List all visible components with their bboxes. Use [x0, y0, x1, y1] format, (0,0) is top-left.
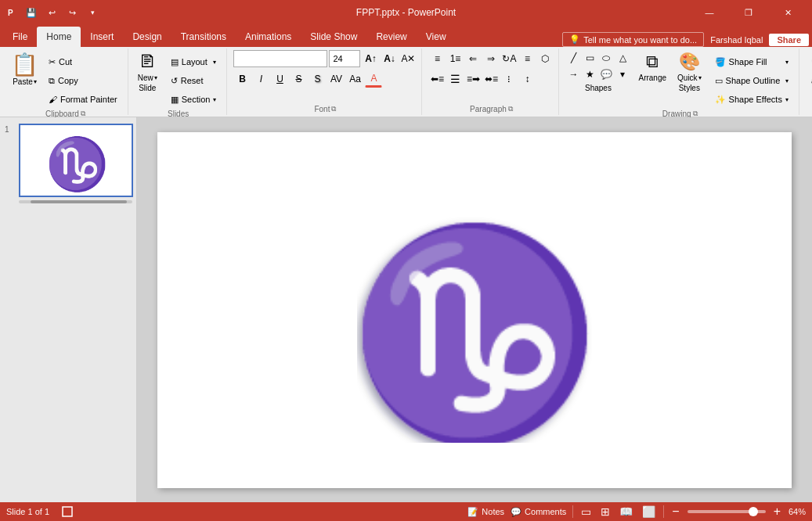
line-spacing-button[interactable]: ↕: [518, 70, 536, 88]
comments-button[interactable]: 💬 Comments: [511, 507, 566, 517]
shape-tri[interactable]: △: [615, 50, 630, 66]
align-left-button[interactable]: ⬅≡: [428, 70, 446, 88]
shape-oval[interactable]: ⬭: [598, 50, 614, 66]
numbering-button[interactable]: 1≡: [446, 50, 464, 67]
close-button[interactable]: ✕: [770, 0, 806, 25]
customize-button[interactable]: ▾: [85, 5, 100, 20]
slide-panel-scrollbar[interactable]: [19, 200, 132, 203]
decrease-font-button[interactable]: A↓: [381, 50, 398, 67]
layout-button[interactable]: ▤ Layout ▾: [165, 53, 222, 70]
paragraph-expand-icon[interactable]: ⧉: [508, 105, 513, 113]
arrange-button[interactable]: ⧉ Arrange: [635, 50, 669, 84]
shadow-button[interactable]: S: [309, 70, 326, 88]
increase-font-button[interactable]: A↑: [362, 50, 379, 67]
share-button[interactable]: Share: [769, 34, 809, 46]
shape-star[interactable]: ★: [582, 66, 597, 82]
cut-button[interactable]: ✂ Cut: [43, 53, 123, 70]
zoom-in-button[interactable]: +: [772, 505, 782, 519]
canvas-area[interactable]: ♑: [137, 117, 812, 502]
tab-insert[interactable]: Insert: [81, 27, 123, 47]
effects-dropdown-icon[interactable]: ▾: [785, 96, 789, 103]
slide-canvas: ♑: [157, 132, 792, 488]
shape-more[interactable]: ▾: [615, 66, 630, 82]
tab-home[interactable]: Home: [37, 27, 81, 47]
clear-formatting-button[interactable]: A✕: [399, 50, 417, 67]
shape-rect[interactable]: ▭: [582, 50, 597, 66]
decrease-indent-button[interactable]: ⇐: [464, 50, 482, 67]
clipboard-group: 📋 Paste ▾ ✂ Cut ⧉ Copy 🖌: [3, 49, 128, 115]
tab-review[interactable]: Review: [366, 27, 416, 47]
user-name[interactable]: Farshad Iqbal: [710, 35, 763, 45]
font-color-button[interactable]: A: [365, 70, 382, 88]
text-direction-button[interactable]: ↻A: [500, 50, 518, 67]
slide-sorter-button[interactable]: ⊞: [599, 505, 612, 518]
layout-dropdown-icon[interactable]: ▾: [213, 59, 216, 66]
convert-smartart-button[interactable]: ⬡: [536, 50, 554, 67]
minimize-button[interactable]: —: [691, 0, 727, 25]
outline-dropdown-icon[interactable]: ▾: [785, 77, 789, 84]
shape-arrow[interactable]: →: [565, 66, 581, 82]
quick-styles-button[interactable]: 🎨 Quick ▾ Styles: [674, 50, 705, 94]
tell-me-box[interactable]: 💡 Tell me what you want to do...: [562, 32, 704, 47]
shape-outline-button[interactable]: ▭ Shape Outline ▾: [709, 72, 794, 89]
scroll-thumb: [31, 200, 127, 203]
font-name-input[interactable]: [233, 50, 327, 67]
quick-styles-dropdown[interactable]: ▾: [698, 74, 702, 81]
section-dropdown-icon[interactable]: ▾: [213, 96, 216, 103]
tab-file[interactable]: File: [3, 27, 37, 47]
paste-dropdown-icon[interactable]: ▾: [34, 78, 37, 85]
tab-transitions[interactable]: Transitions: [171, 27, 236, 47]
bold-button[interactable]: B: [233, 70, 251, 88]
replace-button[interactable]: ab→ Replace: [806, 72, 812, 89]
align-text-button[interactable]: ≡: [518, 50, 536, 67]
strikethrough-button[interactable]: S: [290, 70, 307, 88]
redo-button[interactable]: ↪: [64, 5, 80, 20]
new-slide-button[interactable]: 🖹 New ▾ Slide: [135, 50, 161, 94]
reset-button[interactable]: ↺ Reset: [165, 72, 222, 89]
normal-view-button[interactable]: ▭: [579, 505, 593, 518]
zoom-out-button[interactable]: −: [670, 505, 680, 519]
paste-button[interactable]: 📋 Paste ▾: [8, 50, 42, 88]
zoom-slider[interactable]: [687, 510, 766, 513]
tab-view[interactable]: View: [417, 27, 456, 47]
align-center-button[interactable]: ☰: [446, 70, 464, 88]
fit-icon: [62, 506, 73, 517]
font-size-input[interactable]: 24: [329, 50, 360, 67]
increase-indent-button[interactable]: ⇒: [482, 50, 500, 67]
align-right-button[interactable]: ≡➡: [464, 70, 482, 88]
save-button[interactable]: 💾: [23, 5, 39, 20]
find-button[interactable]: 🔍 Find: [806, 53, 812, 70]
new-slide-dropdown-icon[interactable]: ▾: [154, 74, 157, 81]
copy-button[interactable]: ⧉ Copy: [43, 72, 123, 89]
reading-view-button[interactable]: 📖: [618, 505, 634, 518]
format-painter-button[interactable]: 🖌 Format Painter: [43, 91, 123, 108]
tab-slideshow[interactable]: Slide Show: [301, 27, 366, 47]
app-title: FPPT.pptx - PowerPoint: [356, 7, 456, 18]
justify-button[interactable]: ⬌≡: [482, 70, 500, 88]
bullets-button[interactable]: ≡: [428, 50, 446, 67]
tab-animations[interactable]: Animations: [236, 27, 301, 47]
cut-label: Cut: [59, 57, 72, 66]
shape-callout[interactable]: 💬: [598, 66, 614, 82]
restore-button[interactable]: ❒: [731, 0, 767, 25]
presenter-view-button[interactable]: ⬜: [641, 505, 657, 518]
shape-fill-button[interactable]: 🪣 Shape Fill ▾: [709, 53, 794, 70]
underline-button[interactable]: U: [271, 70, 288, 88]
zoom-thumb: [749, 507, 758, 516]
columns-button[interactable]: ⫶: [500, 70, 518, 88]
select-button[interactable]: ⬚ Select ▾: [806, 91, 812, 108]
spacing-button[interactable]: AV: [327, 70, 345, 88]
italic-button[interactable]: I: [252, 70, 269, 88]
undo-button[interactable]: ↩: [44, 5, 60, 20]
fill-dropdown-icon[interactable]: ▾: [785, 59, 789, 66]
zoom-percent[interactable]: 64%: [789, 507, 806, 516]
section-button[interactable]: ▦ Section ▾: [165, 91, 222, 108]
shape-effects-button[interactable]: ✨ Shape Effects ▾: [709, 91, 794, 108]
case-button[interactable]: Aa: [346, 70, 363, 88]
font-expand-icon[interactable]: ⧉: [331, 105, 336, 113]
fit-slide-button[interactable]: [62, 506, 73, 517]
slide-thumbnail[interactable]: ♑: [19, 124, 133, 197]
tab-design[interactable]: Design: [123, 27, 171, 47]
notes-button[interactable]: 📝 Notes: [467, 507, 504, 517]
shape-line[interactable]: ╱: [565, 50, 581, 66]
